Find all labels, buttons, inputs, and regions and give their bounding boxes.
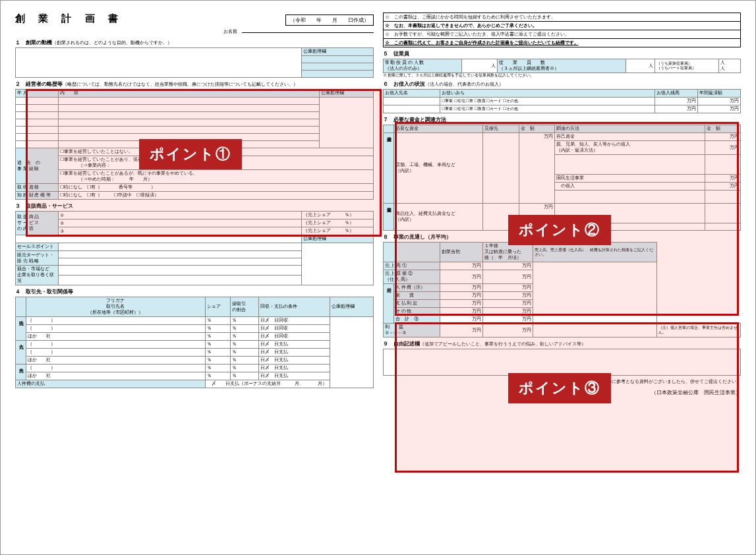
point-2-label: ポイント② — [508, 215, 611, 245]
sec6-header: ６ お借入の状況（法人の場合、代表者の方のお借入） — [383, 80, 741, 88]
notice-box: ☆ この書類は、ご面談にかかる時間を短縮するために利用させていただきます。 ☆ … — [383, 13, 741, 47]
sec1-header: １ 創業の動機（創業されるのは、どのような目的、動機からですか。） — [15, 39, 374, 46]
sec5-header: ５ 従業員 — [383, 50, 741, 57]
point-1-label: ポイント① — [139, 139, 242, 169]
sec5-note: ※ 創業に際して、３ヵ月以上継続雇用を予定している従業員数を記入してください。 — [383, 73, 741, 78]
name-label: お名前 — [223, 29, 237, 34]
date-box: （令和 年 月 日作成） — [285, 15, 374, 26]
sec4-table: フリガナ 取引先名 （所在地等（市区町村））シェア掛取引 の割合回収・支払の条件… — [15, 297, 374, 388]
sec5-table: 常 勤 役 員 の 人 数 （法人の方のみ）人従 業 員 数 （３ヵ月以上継続雇… — [383, 59, 741, 73]
sec4-header: ４ 取引先・取引関係等 — [15, 288, 374, 295]
sec1-table: 公庫処理欄 — [15, 47, 374, 78]
sec2-header: ２ 経営者の略歴等（略歴については、勤務先名だけではなく、担当業務や役職、身につ… — [15, 80, 374, 88]
point-3-label: ポイント③ — [508, 373, 611, 403]
sec6-table: お借入先名お使いみちお借入残高年間返済額 ☐事業 ☐住宅 ☐車 ☐教育 ☐カード… — [383, 89, 741, 113]
doc-title: 創 業 計 画 書 — [15, 13, 123, 25]
